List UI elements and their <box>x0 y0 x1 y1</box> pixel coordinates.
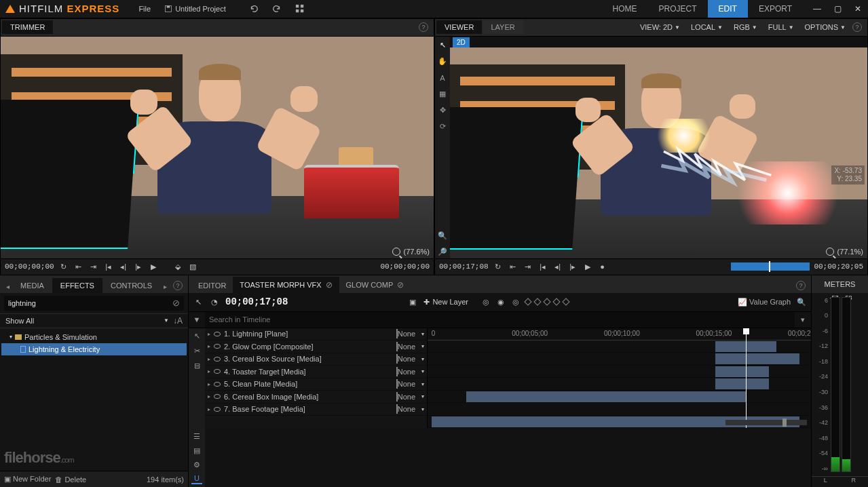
zoom-icon[interactable] <box>826 248 834 256</box>
undo-button[interactable] <box>242 0 265 18</box>
value-graph-toggle[interactable]: 📈 Value Graph <box>738 298 791 307</box>
view-mode-dropdown[interactable]: VIEW: 2D▼ <box>636 22 684 33</box>
timeline-clock-icon[interactable]: ◔ <box>209 296 220 307</box>
record-icon[interactable]: ● <box>597 261 608 272</box>
rows2-icon[interactable]: ▤ <box>191 445 202 456</box>
timeline-search-input[interactable] <box>205 312 795 328</box>
tab-controls[interactable]: CONTROLS <box>102 278 160 293</box>
trimmer-tc-in[interactable]: 00;00;00;00 <box>5 262 54 271</box>
loop-icon[interactable]: ↻ <box>493 261 504 272</box>
select-tool-icon[interactable]: ↖ <box>191 331 202 342</box>
slice-tool-icon[interactable]: ✂ <box>191 346 202 357</box>
layer-row[interactable]: ▸2. Glow Comp [Composite] None▾ <box>205 340 427 353</box>
help-icon[interactable]: ? <box>173 281 183 290</box>
tab-media[interactable]: MEDIA <box>12 278 52 293</box>
search-dropdown-icon[interactable]: ▾ <box>795 312 811 328</box>
snap-tool-icon[interactable]: ⊟ <box>191 361 202 372</box>
maximize-button[interactable]: ▢ <box>833 4 842 14</box>
layer-row[interactable]: ▸5. Clean Plate [Media] None▾ <box>205 378 427 391</box>
mask-icon[interactable] <box>396 392 398 402</box>
layer-row[interactable]: ▸3. Cereal Box Source [Media] None▾ <box>205 353 427 366</box>
close-button[interactable]: ✕ <box>853 4 863 14</box>
play-icon[interactable]: ▶ <box>148 261 159 272</box>
chevron-down-icon[interactable]: ▾ <box>421 331 424 337</box>
mask-icon[interactable] <box>396 404 398 414</box>
tab-export[interactable]: EXPORT <box>748 0 803 18</box>
mask-icon[interactable] <box>396 354 398 364</box>
layer-row[interactable]: ▸7. Base Footage [Media] None▾ <box>205 404 427 416</box>
tab-edit[interactable]: EDIT <box>708 0 748 18</box>
marker-icon[interactable]: ⬙ <box>172 261 183 272</box>
timeline-timecode[interactable]: 00;00;17;08 <box>225 296 288 307</box>
move-tool-icon[interactable]: ✥ <box>436 104 449 117</box>
goto-start-icon[interactable]: |◂ <box>537 261 548 272</box>
trimmer-viewport[interactable]: Toaster.png (77.6%) <box>1 37 434 258</box>
select-tool-icon[interactable]: ↖ <box>436 39 449 52</box>
nav-next-icon[interactable]: ▸ <box>160 280 170 293</box>
visibility-icon[interactable] <box>214 357 221 362</box>
tab-effects[interactable]: EFFECTS <box>52 278 102 293</box>
viewer-2d-badge[interactable]: 2D <box>453 37 470 47</box>
visibility-icon[interactable] <box>214 332 221 336</box>
loop-icon[interactable]: ↻ <box>58 261 69 272</box>
magnet-icon[interactable]: U <box>191 473 202 484</box>
search-icon[interactable]: 🔍 <box>796 296 807 307</box>
timeline-select-icon[interactable]: ↖ <box>193 296 204 307</box>
filter-dropdown[interactable]: Show All▼ ↓A <box>0 313 188 328</box>
keyframe-icon[interactable] <box>524 298 531 305</box>
viewer-tab[interactable]: VIEWER <box>436 20 482 34</box>
viewer-viewport[interactable]: X: -53.73Y: 23.35 (77.1%) <box>450 47 867 258</box>
rows-icon[interactable]: ☰ <box>191 431 202 442</box>
new-layer-button[interactable]: ✚ New Layer <box>423 298 468 307</box>
visibility-icon[interactable] <box>214 344 221 349</box>
step-fwd-icon[interactable]: |▸ <box>567 261 578 272</box>
layout-button[interactable] <box>288 0 312 18</box>
mask-icon[interactable] <box>396 342 398 351</box>
zoom-in-icon[interactable]: 🔍 <box>436 230 449 242</box>
expand-icon[interactable]: ▸ <box>208 393 210 400</box>
timeline-tracks[interactable]: 0 00;00;05;00 00;00;10;00 00;00;15;00 00… <box>428 328 811 429</box>
close-tab-icon[interactable]: ⊘ <box>326 280 333 290</box>
options-dropdown[interactable]: OPTIONS▼ <box>801 22 850 33</box>
mask-icon[interactable] <box>396 367 398 376</box>
zoom-out-icon[interactable]: 🔎 <box>436 246 449 258</box>
full-dropdown[interactable]: FULL▼ <box>764 22 798 33</box>
tree-category[interactable]: ▾ Particles & Simulation <box>1 331 187 343</box>
visibility-icon[interactable] <box>214 382 221 387</box>
out-icon[interactable]: ⇥ <box>88 261 99 272</box>
expand-icon[interactable]: ▸ <box>208 406 210 412</box>
chevron-down-icon[interactable]: ▾ <box>421 356 424 362</box>
timeline-zoom-slider[interactable] <box>725 420 807 425</box>
visibility-icon[interactable] <box>214 369 221 374</box>
effects-search[interactable]: lightning ⊘ <box>4 296 184 311</box>
filter-icon[interactable]: ▼ <box>189 312 205 328</box>
keyframe-icon[interactable] <box>533 298 541 305</box>
gear-icon[interactable]: ⚙ <box>191 459 202 470</box>
expand-icon[interactable]: ▸ <box>208 331 210 337</box>
expand-icon[interactable]: ▸ <box>208 381 210 387</box>
playhead[interactable] <box>746 328 747 429</box>
orbit-tool-icon[interactable]: ⟳ <box>436 121 449 133</box>
chevron-down-icon[interactable]: ▾ <box>421 381 424 387</box>
keyframe-icon[interactable] <box>543 298 550 305</box>
viewer-tc-in[interactable]: 00;00;17;08 <box>439 262 489 271</box>
help-icon[interactable]: ? <box>796 281 806 290</box>
keyframe-icon[interactable] <box>552 298 560 305</box>
tab-composite-1[interactable]: TOASTER MORPH VFX⊘ <box>233 277 339 293</box>
delete-button[interactable]: 🗑 Delete <box>55 475 86 484</box>
layer-row[interactable]: ▸1. Lightning [Plane] None▾ <box>205 328 427 341</box>
zoom-icon[interactable] <box>392 248 400 256</box>
close-tab-icon[interactable]: ⊘ <box>397 280 404 290</box>
chevron-down-icon[interactable]: ▾ <box>421 343 424 349</box>
redo-button[interactable] <box>265 0 288 18</box>
help-icon[interactable]: ? <box>419 22 428 32</box>
kf-next-icon[interactable]: ◎ <box>510 296 521 307</box>
layer-tab[interactable]: LAYER <box>483 20 523 34</box>
expand-icon[interactable]: ▸ <box>208 368 210 374</box>
sort-icon[interactable]: ↓A <box>173 316 183 326</box>
local-dropdown[interactable]: LOCAL▼ <box>687 22 727 33</box>
expand-icon[interactable]: ▸ <box>208 356 210 362</box>
minimize-button[interactable]: — <box>812 4 822 14</box>
tab-composite-2[interactable]: GLOW COMP⊘ <box>339 277 411 293</box>
in-icon[interactable]: ⇤ <box>508 261 518 272</box>
